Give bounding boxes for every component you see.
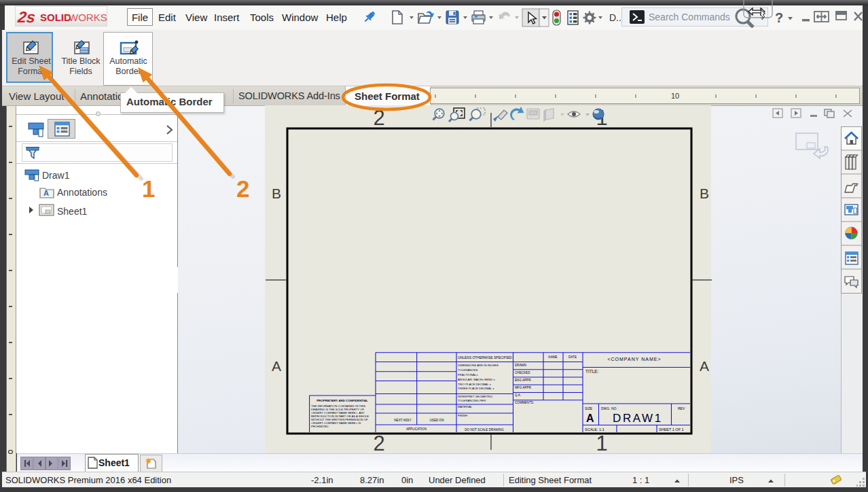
svg-text:A: A xyxy=(700,358,709,374)
svg-text:1: 1 xyxy=(596,432,607,455)
svg-text:APPLICATION: APPLICATION xyxy=(406,427,427,431)
svg-text:TITLE:: TITLE: xyxy=(585,369,599,374)
svg-text:USED ON: USED ON xyxy=(430,419,444,422)
svg-text:A: A xyxy=(586,412,594,424)
svg-text:<COMPANY NAME>: <COMPANY NAME> xyxy=(607,357,661,362)
svg-text:DRAWN: DRAWN xyxy=(515,364,526,367)
svg-text:WORKS: WORKS xyxy=(69,12,107,23)
svg-text:DATE: DATE xyxy=(568,355,577,359)
svg-text:PROPRIETARY AND CONFIDENTIAL: PROPRIETARY AND CONFIDENTIAL xyxy=(317,399,368,402)
svg-text:2: 2 xyxy=(373,432,384,455)
svg-text:A: A xyxy=(272,358,281,374)
svg-text:?: ? xyxy=(775,10,783,25)
svg-text:DO NOT SCALE DRAWING: DO NOT SCALE DRAWING xyxy=(465,428,504,432)
svg-text:B: B xyxy=(700,186,709,201)
svg-text:DWG. NO.: DWG. NO. xyxy=(601,406,617,410)
svg-text:MATERIAL: MATERIAL xyxy=(458,405,473,408)
svg-text:A: A xyxy=(43,189,49,197)
svg-text:D..: D.. xyxy=(609,12,621,23)
svg-text:SCALE: 1:1: SCALE: 1:1 xyxy=(585,427,604,432)
svg-text:2: 2 xyxy=(373,106,384,130)
svg-text:TOLERANCING PER:: TOLERANCING PER: xyxy=(458,399,486,402)
svg-text:ANGULAR: MACH± BEND ±: ANGULAR: MACH± BEND ± xyxy=(458,378,495,381)
svg-text:SIZE: SIZE xyxy=(585,406,593,410)
svg-text:MFG APPR.: MFG APPR. xyxy=(515,386,532,389)
svg-text:SOLID: SOLID xyxy=(40,12,71,23)
svg-text:NAME: NAME xyxy=(548,355,557,359)
svg-text:DIMENSIONS ARE IN INCHES: DIMENSIONS ARE IN INCHES xyxy=(458,364,499,367)
svg-text:Q.A.: Q.A. xyxy=(515,393,521,397)
svg-text:FINISH: FINISH xyxy=(458,414,467,417)
svg-text:PROHIBITED.: PROHIBITED. xyxy=(311,425,329,428)
svg-text:FRACTIONAL±: FRACTIONAL± xyxy=(458,373,478,376)
svg-text:INTERPRET GEOMETRIC: INTERPRET GEOMETRIC xyxy=(458,395,493,398)
svg-text:SHEET 1 OF 1: SHEET 1 OF 1 xyxy=(659,427,684,432)
svg-text:TWO PLACE DECIMAL ±: TWO PLACE DECIMAL ± xyxy=(458,383,492,386)
svg-text:10: 10 xyxy=(671,92,679,100)
svg-text:COMMENTS:: COMMENTS: xyxy=(515,401,534,404)
svg-text:TOLERANCES:: TOLERANCES: xyxy=(458,368,478,372)
svg-text:ENG APPR.: ENG APPR. xyxy=(515,379,532,382)
svg-text:B: B xyxy=(272,186,281,201)
svg-text:THREE PLACE DECIMAL ±: THREE PLACE DECIMAL ± xyxy=(458,387,494,390)
svg-text:NEXT ASSY: NEXT ASSY xyxy=(394,419,411,422)
svg-text:UNLESS OTHERWISE SPECIFIED:: UNLESS OTHERWISE SPECIFIED: xyxy=(458,355,513,359)
svg-text:DRAW1: DRAW1 xyxy=(613,412,663,425)
svg-text:CHECKED: CHECKED xyxy=(515,371,530,374)
svg-text:2s: 2s xyxy=(17,8,37,26)
svg-text:REV: REV xyxy=(678,406,685,410)
